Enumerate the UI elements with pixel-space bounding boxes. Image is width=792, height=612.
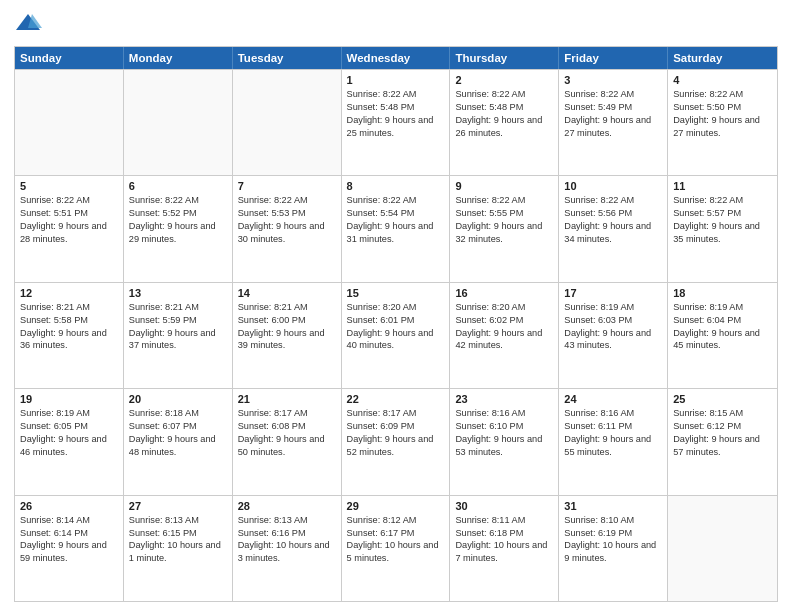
header-cell-wednesday: Wednesday xyxy=(342,47,451,69)
header-cell-saturday: Saturday xyxy=(668,47,777,69)
day-number: 7 xyxy=(238,180,336,192)
day-number: 18 xyxy=(673,287,772,299)
day-info: Sunrise: 8:22 AM Sunset: 5:50 PM Dayligh… xyxy=(673,88,772,140)
day-number: 14 xyxy=(238,287,336,299)
day-info: Sunrise: 8:16 AM Sunset: 6:10 PM Dayligh… xyxy=(455,407,553,459)
day-cell-11: 11Sunrise: 8:22 AM Sunset: 5:57 PM Dayli… xyxy=(668,176,777,281)
day-cell-1: 1Sunrise: 8:22 AM Sunset: 5:48 PM Daylig… xyxy=(342,70,451,175)
day-cell-2: 2Sunrise: 8:22 AM Sunset: 5:48 PM Daylig… xyxy=(450,70,559,175)
empty-cell xyxy=(668,496,777,601)
day-cell-25: 25Sunrise: 8:15 AM Sunset: 6:12 PM Dayli… xyxy=(668,389,777,494)
day-info: Sunrise: 8:22 AM Sunset: 5:53 PM Dayligh… xyxy=(238,194,336,246)
day-number: 20 xyxy=(129,393,227,405)
day-cell-10: 10Sunrise: 8:22 AM Sunset: 5:56 PM Dayli… xyxy=(559,176,668,281)
day-number: 23 xyxy=(455,393,553,405)
day-number: 15 xyxy=(347,287,445,299)
page: SundayMondayTuesdayWednesdayThursdayFrid… xyxy=(0,0,792,612)
header xyxy=(14,10,778,38)
day-cell-4: 4Sunrise: 8:22 AM Sunset: 5:50 PM Daylig… xyxy=(668,70,777,175)
day-number: 8 xyxy=(347,180,445,192)
calendar-body: 1Sunrise: 8:22 AM Sunset: 5:48 PM Daylig… xyxy=(15,69,777,601)
day-cell-16: 16Sunrise: 8:20 AM Sunset: 6:02 PM Dayli… xyxy=(450,283,559,388)
day-cell-9: 9Sunrise: 8:22 AM Sunset: 5:55 PM Daylig… xyxy=(450,176,559,281)
day-cell-22: 22Sunrise: 8:17 AM Sunset: 6:09 PM Dayli… xyxy=(342,389,451,494)
day-info: Sunrise: 8:12 AM Sunset: 6:17 PM Dayligh… xyxy=(347,514,445,566)
day-cell-26: 26Sunrise: 8:14 AM Sunset: 6:14 PM Dayli… xyxy=(15,496,124,601)
day-cell-21: 21Sunrise: 8:17 AM Sunset: 6:08 PM Dayli… xyxy=(233,389,342,494)
day-info: Sunrise: 8:20 AM Sunset: 6:01 PM Dayligh… xyxy=(347,301,445,353)
day-info: Sunrise: 8:22 AM Sunset: 5:48 PM Dayligh… xyxy=(455,88,553,140)
day-cell-14: 14Sunrise: 8:21 AM Sunset: 6:00 PM Dayli… xyxy=(233,283,342,388)
day-info: Sunrise: 8:20 AM Sunset: 6:02 PM Dayligh… xyxy=(455,301,553,353)
day-info: Sunrise: 8:17 AM Sunset: 6:09 PM Dayligh… xyxy=(347,407,445,459)
day-info: Sunrise: 8:21 AM Sunset: 6:00 PM Dayligh… xyxy=(238,301,336,353)
header-cell-friday: Friday xyxy=(559,47,668,69)
week-row-2: 5Sunrise: 8:22 AM Sunset: 5:51 PM Daylig… xyxy=(15,175,777,281)
day-cell-15: 15Sunrise: 8:20 AM Sunset: 6:01 PM Dayli… xyxy=(342,283,451,388)
day-cell-6: 6Sunrise: 8:22 AM Sunset: 5:52 PM Daylig… xyxy=(124,176,233,281)
day-info: Sunrise: 8:22 AM Sunset: 5:49 PM Dayligh… xyxy=(564,88,662,140)
day-cell-12: 12Sunrise: 8:21 AM Sunset: 5:58 PM Dayli… xyxy=(15,283,124,388)
day-info: Sunrise: 8:21 AM Sunset: 5:58 PM Dayligh… xyxy=(20,301,118,353)
calendar-header-row: SundayMondayTuesdayWednesdayThursdayFrid… xyxy=(15,47,777,69)
day-cell-3: 3Sunrise: 8:22 AM Sunset: 5:49 PM Daylig… xyxy=(559,70,668,175)
day-info: Sunrise: 8:16 AM Sunset: 6:11 PM Dayligh… xyxy=(564,407,662,459)
day-number: 1 xyxy=(347,74,445,86)
week-row-1: 1Sunrise: 8:22 AM Sunset: 5:48 PM Daylig… xyxy=(15,69,777,175)
day-number: 11 xyxy=(673,180,772,192)
header-cell-tuesday: Tuesday xyxy=(233,47,342,69)
day-number: 22 xyxy=(347,393,445,405)
day-info: Sunrise: 8:22 AM Sunset: 5:56 PM Dayligh… xyxy=(564,194,662,246)
day-number: 10 xyxy=(564,180,662,192)
day-number: 27 xyxy=(129,500,227,512)
day-info: Sunrise: 8:15 AM Sunset: 6:12 PM Dayligh… xyxy=(673,407,772,459)
day-cell-31: 31Sunrise: 8:10 AM Sunset: 6:19 PM Dayli… xyxy=(559,496,668,601)
svg-marker-1 xyxy=(28,14,42,28)
empty-cell xyxy=(124,70,233,175)
day-info: Sunrise: 8:22 AM Sunset: 5:51 PM Dayligh… xyxy=(20,194,118,246)
logo xyxy=(14,10,46,38)
day-number: 25 xyxy=(673,393,772,405)
day-number: 3 xyxy=(564,74,662,86)
day-number: 13 xyxy=(129,287,227,299)
day-cell-29: 29Sunrise: 8:12 AM Sunset: 6:17 PM Dayli… xyxy=(342,496,451,601)
header-cell-thursday: Thursday xyxy=(450,47,559,69)
day-cell-30: 30Sunrise: 8:11 AM Sunset: 6:18 PM Dayli… xyxy=(450,496,559,601)
day-number: 4 xyxy=(673,74,772,86)
day-info: Sunrise: 8:13 AM Sunset: 6:15 PM Dayligh… xyxy=(129,514,227,566)
day-number: 9 xyxy=(455,180,553,192)
day-info: Sunrise: 8:14 AM Sunset: 6:14 PM Dayligh… xyxy=(20,514,118,566)
day-cell-19: 19Sunrise: 8:19 AM Sunset: 6:05 PM Dayli… xyxy=(15,389,124,494)
day-number: 12 xyxy=(20,287,118,299)
logo-icon xyxy=(14,10,42,38)
day-cell-5: 5Sunrise: 8:22 AM Sunset: 5:51 PM Daylig… xyxy=(15,176,124,281)
header-cell-monday: Monday xyxy=(124,47,233,69)
day-info: Sunrise: 8:22 AM Sunset: 5:55 PM Dayligh… xyxy=(455,194,553,246)
day-info: Sunrise: 8:19 AM Sunset: 6:03 PM Dayligh… xyxy=(564,301,662,353)
day-info: Sunrise: 8:19 AM Sunset: 6:04 PM Dayligh… xyxy=(673,301,772,353)
day-info: Sunrise: 8:17 AM Sunset: 6:08 PM Dayligh… xyxy=(238,407,336,459)
day-cell-13: 13Sunrise: 8:21 AM Sunset: 5:59 PM Dayli… xyxy=(124,283,233,388)
day-number: 26 xyxy=(20,500,118,512)
day-number: 30 xyxy=(455,500,553,512)
day-cell-20: 20Sunrise: 8:18 AM Sunset: 6:07 PM Dayli… xyxy=(124,389,233,494)
day-number: 19 xyxy=(20,393,118,405)
week-row-4: 19Sunrise: 8:19 AM Sunset: 6:05 PM Dayli… xyxy=(15,388,777,494)
day-info: Sunrise: 8:21 AM Sunset: 5:59 PM Dayligh… xyxy=(129,301,227,353)
day-number: 17 xyxy=(564,287,662,299)
day-info: Sunrise: 8:11 AM Sunset: 6:18 PM Dayligh… xyxy=(455,514,553,566)
day-info: Sunrise: 8:22 AM Sunset: 5:57 PM Dayligh… xyxy=(673,194,772,246)
empty-cell xyxy=(233,70,342,175)
day-number: 28 xyxy=(238,500,336,512)
day-number: 6 xyxy=(129,180,227,192)
day-info: Sunrise: 8:22 AM Sunset: 5:52 PM Dayligh… xyxy=(129,194,227,246)
day-info: Sunrise: 8:18 AM Sunset: 6:07 PM Dayligh… xyxy=(129,407,227,459)
day-cell-7: 7Sunrise: 8:22 AM Sunset: 5:53 PM Daylig… xyxy=(233,176,342,281)
week-row-5: 26Sunrise: 8:14 AM Sunset: 6:14 PM Dayli… xyxy=(15,495,777,601)
day-cell-23: 23Sunrise: 8:16 AM Sunset: 6:10 PM Dayli… xyxy=(450,389,559,494)
header-cell-sunday: Sunday xyxy=(15,47,124,69)
day-number: 2 xyxy=(455,74,553,86)
day-cell-28: 28Sunrise: 8:13 AM Sunset: 6:16 PM Dayli… xyxy=(233,496,342,601)
day-number: 16 xyxy=(455,287,553,299)
empty-cell xyxy=(15,70,124,175)
